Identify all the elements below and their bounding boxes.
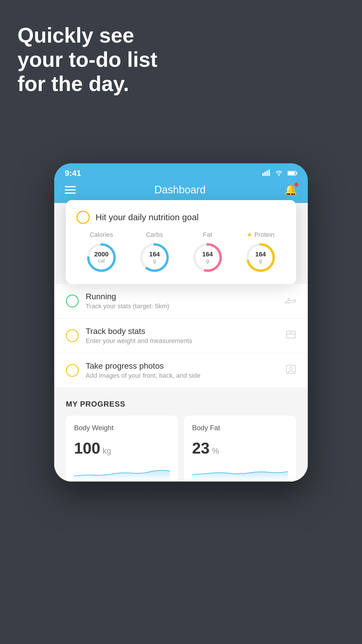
nav-title: Dashboard (154, 184, 205, 196)
svg-rect-2 (266, 171, 268, 176)
todo-radio-nutrition[interactable] (76, 211, 90, 224)
metric-calories: Calories 2000 cal (85, 231, 117, 274)
svg-point-4 (278, 174, 280, 176)
protein-label: ★ Protein (247, 231, 275, 239)
body-fat-value-row: 23 % (192, 439, 288, 457)
todo-subtitle-body-stats: Enter your weight and measurements (86, 337, 279, 345)
todo-subtitle-running: Track your stats (target: 5km) (86, 302, 277, 310)
protein-unit: g (259, 258, 262, 264)
menu-line3 (65, 192, 76, 194)
card-title-row: Hit your daily nutrition goal (76, 211, 286, 224)
carbs-value-display: 164 g (149, 251, 160, 264)
todo-subtitle-photos: Add images of your front, back, and side (86, 372, 279, 379)
protein-value-display: 164 g (255, 251, 266, 264)
hero-tagline: Quickly see your to-do list for the day. (17, 23, 157, 96)
body-weight-unit: kg (103, 446, 111, 456)
menu-button[interactable] (65, 186, 76, 194)
status-time: 9:41 (65, 169, 81, 178)
progress-cards: Body Weight 100 kg (66, 416, 296, 482)
svg-rect-1 (264, 172, 266, 176)
svg-rect-19 (287, 365, 295, 373)
body-weight-value-row: 100 kg (74, 439, 170, 457)
notification-badge (294, 183, 298, 187)
calories-ring: 2000 cal (85, 242, 117, 274)
fat-value-display: 164 g (202, 251, 213, 264)
progress-section: MY PROGRESS Body Weight 100 kg (54, 388, 308, 482)
todo-item-running[interactable]: Running Track your stats (target: 5km) (54, 284, 308, 318)
todo-text-running: Running Track your stats (target: 5km) (86, 292, 277, 310)
todo-title-photos: Take progress photos (86, 361, 279, 371)
nutrition-card-title: Hit your daily nutrition goal (96, 212, 199, 222)
todo-title-running: Running (86, 292, 277, 301)
body-fat-unit: % (212, 446, 219, 456)
body-fat-sparkline (192, 463, 288, 480)
menu-line1 (65, 186, 76, 187)
carbs-value: 164 (149, 251, 160, 258)
star-icon: ★ (247, 231, 252, 239)
todo-list: Running Track your stats (target: 5km) T… (54, 284, 308, 388)
signal-icon (262, 169, 270, 178)
todo-check-photos[interactable] (66, 364, 79, 377)
svg-rect-7 (296, 172, 297, 174)
protein-value: 164 (255, 251, 266, 258)
phone-mockup: 9:41 (54, 163, 308, 482)
nutrition-card[interactable]: Hit your daily nutrition goal Calories 2… (66, 200, 296, 284)
calories-value: 2000 (94, 251, 109, 258)
body-fat-title: Body Fat (192, 424, 288, 432)
metric-carbs: Carbs 164 g (138, 231, 171, 274)
hero-line2: your to-do list (17, 48, 157, 71)
nav-bar: Dashboard 🔔 (54, 181, 308, 203)
carbs-unit: g (153, 258, 156, 264)
scale-icon (286, 329, 296, 342)
notification-button[interactable]: 🔔 (284, 184, 297, 196)
todo-check-running[interactable] (66, 295, 79, 307)
person-photo-icon (286, 364, 296, 377)
app-content: THINGS TO DO TODAY Hit your daily nutrit… (54, 203, 308, 482)
todo-item-body-stats[interactable]: Track body stats Enter your weight and m… (54, 318, 308, 353)
calories-unit: cal (98, 258, 105, 264)
body-weight-value: 100 (74, 439, 100, 457)
calories-value-display: 2000 cal (94, 251, 109, 264)
todo-text-body-stats: Track body stats Enter your weight and m… (86, 327, 279, 345)
body-weight-sparkline (74, 463, 170, 480)
progress-section-header: MY PROGRESS (66, 400, 296, 409)
todo-title-body-stats: Track body stats (86, 327, 279, 336)
body-fat-value: 23 (192, 439, 210, 457)
metric-protein: ★ Protein 164 g (245, 231, 277, 274)
svg-point-20 (289, 367, 292, 370)
todo-check-body-stats[interactable] (66, 329, 79, 342)
carbs-ring: 164 g (138, 242, 171, 274)
fat-ring: 164 g (191, 242, 224, 274)
wifi-icon (275, 169, 283, 178)
body-weight-card[interactable]: Body Weight 100 kg (66, 416, 178, 482)
body-weight-title: Body Weight (74, 424, 170, 432)
status-bar: 9:41 (54, 163, 308, 181)
fat-unit: g (206, 258, 209, 264)
nutrition-metrics: Calories 2000 cal Carbs (76, 231, 286, 274)
hero-line1: Quickly see (17, 24, 134, 47)
metric-fat: Fat 164 g (191, 231, 224, 274)
hero-line3: for the day. (17, 72, 129, 95)
fat-label: Fat (203, 231, 212, 239)
todo-item-photos[interactable]: Take progress photos Add images of your … (54, 353, 308, 388)
fat-value: 164 (202, 251, 213, 258)
svg-rect-0 (262, 173, 264, 176)
calories-label: Calories (90, 231, 113, 239)
menu-line2 (65, 189, 76, 190)
svg-rect-3 (268, 169, 270, 176)
running-shoe-icon (284, 295, 296, 307)
todo-text-photos: Take progress photos Add images of your … (86, 361, 279, 379)
body-fat-card[interactable]: Body Fat 23 % (184, 416, 296, 482)
svg-rect-6 (288, 172, 295, 175)
status-icons (262, 169, 297, 178)
battery-icon (287, 169, 297, 178)
protein-ring: 164 g (245, 242, 277, 274)
carbs-label: Carbs (146, 231, 163, 239)
